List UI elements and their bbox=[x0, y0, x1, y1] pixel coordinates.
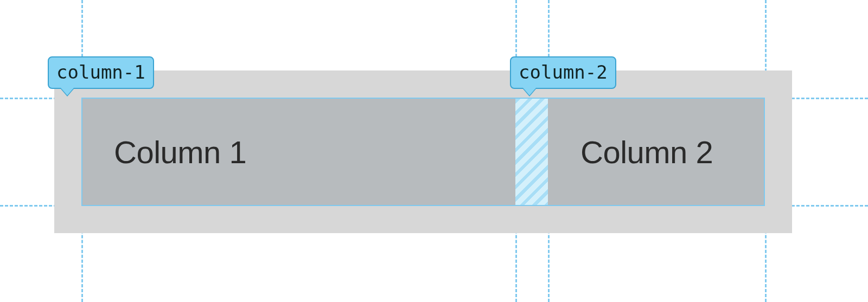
cell-1-label: Column 1 bbox=[114, 134, 246, 170]
track-label-text: column-1 bbox=[56, 61, 145, 83]
track-label-column-1: column-1 bbox=[48, 56, 154, 89]
grid-gap-overlay bbox=[515, 98, 548, 206]
track-label-column-2: column-2 bbox=[510, 56, 616, 89]
css-grid: Column 1 Column 2 bbox=[81, 98, 765, 206]
grid-cell-1: Column 1 bbox=[81, 98, 515, 206]
grid-container: Column 1 Column 2 bbox=[54, 70, 792, 233]
grid-cell-2: Column 2 bbox=[548, 98, 765, 206]
track-label-text: column-2 bbox=[519, 61, 608, 83]
cell-2-label: Column 2 bbox=[580, 134, 713, 170]
grid-inspector-diagram: Column 1 Column 2 column-1 column-2 bbox=[0, 0, 868, 302]
